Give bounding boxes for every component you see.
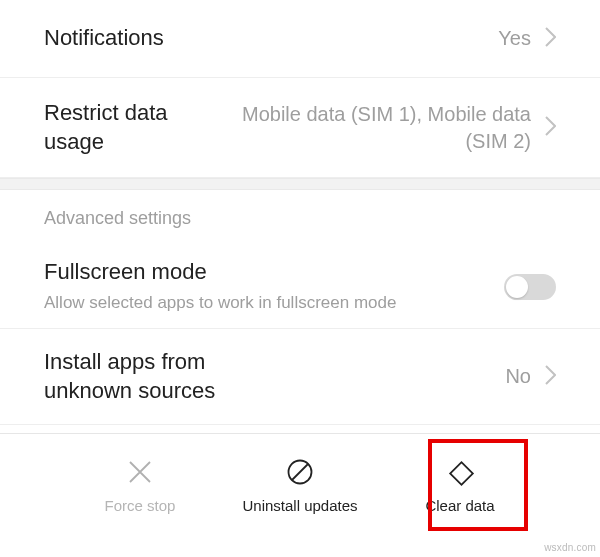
chevron-right-icon bbox=[545, 116, 556, 140]
eraser-icon bbox=[443, 455, 477, 489]
notifications-value: Yes bbox=[498, 25, 531, 52]
row-fullscreen-mode[interactable]: Fullscreen mode Allow selected apps to w… bbox=[0, 245, 600, 329]
fullscreen-subtitle: Allow selected apps to work in fullscree… bbox=[44, 292, 494, 315]
prohibit-icon bbox=[283, 455, 317, 489]
fullscreen-label: Fullscreen mode bbox=[44, 258, 494, 287]
fullscreen-toggle[interactable] bbox=[504, 274, 556, 300]
svg-line-1 bbox=[292, 464, 308, 480]
notifications-label: Notifications bbox=[44, 24, 498, 53]
force-stop-button: Force stop bbox=[60, 434, 220, 535]
force-stop-label: Force stop bbox=[105, 497, 176, 514]
clear-data-label: Clear data bbox=[425, 497, 494, 514]
install-label: Install apps from unknown sources bbox=[44, 348, 274, 405]
row-install-unknown-sources[interactable]: Install apps from unknown sources No bbox=[0, 329, 600, 425]
credit: wsxdn.com bbox=[544, 542, 596, 553]
chevron-right-icon bbox=[545, 27, 556, 51]
restrict-value: Mobile data (SIM 1), Mobile data (SIM 2) bbox=[229, 101, 531, 155]
section-gap bbox=[0, 178, 600, 190]
restrict-label: Restrict data usage bbox=[44, 99, 229, 156]
toggle-knob bbox=[506, 276, 528, 298]
section-header-advanced: Advanced settings bbox=[0, 190, 600, 245]
svg-rect-2 bbox=[450, 462, 473, 485]
clear-data-button[interactable]: Clear data bbox=[380, 434, 540, 535]
install-value: No bbox=[505, 363, 531, 390]
uninstall-updates-button[interactable]: Uninstall updates bbox=[220, 434, 380, 535]
row-notifications[interactable]: Notifications Yes bbox=[0, 0, 600, 78]
bottom-action-bar: Force stop Uninstall updates Clear data bbox=[0, 433, 600, 535]
row-restrict-data-usage[interactable]: Restrict data usage Mobile data (SIM 1),… bbox=[0, 78, 600, 178]
uninstall-updates-label: Uninstall updates bbox=[242, 497, 357, 514]
chevron-right-icon bbox=[545, 365, 556, 389]
close-icon bbox=[123, 455, 157, 489]
